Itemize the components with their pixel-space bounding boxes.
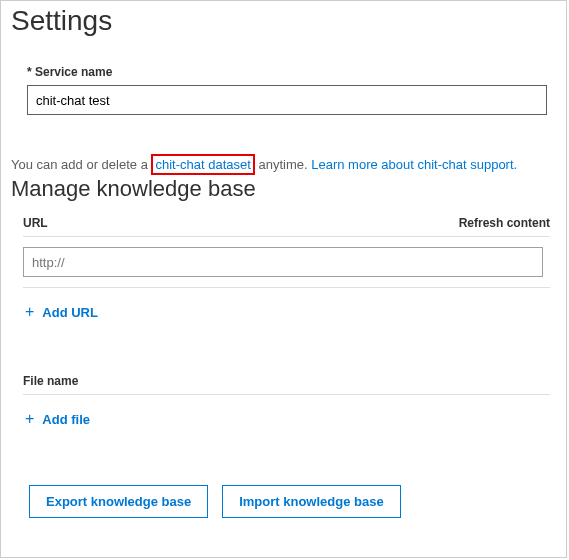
plus-icon: + — [25, 304, 34, 320]
chit-chat-dataset-link[interactable]: chit-chat dataset — [155, 157, 250, 172]
learn-more-link[interactable]: Learn more about chit-chat support. — [311, 157, 517, 172]
url-header-row: URL Refresh content — [23, 216, 550, 237]
hint-mid: anytime. — [255, 157, 311, 172]
add-file-label: Add file — [42, 412, 90, 427]
page-title: Settings — [11, 5, 556, 37]
divider — [23, 287, 550, 288]
add-file-button[interactable]: + Add file — [25, 411, 90, 427]
hint-prefix: You can add or delete a — [11, 157, 151, 172]
url-column-label: URL — [23, 216, 48, 230]
service-name-label: * Service name — [27, 65, 556, 79]
export-button[interactable]: Export knowledge base — [29, 485, 208, 518]
chit-chat-hint: You can add or delete a chit-chat datase… — [11, 157, 556, 172]
service-name-input[interactable] — [27, 85, 547, 115]
file-name-label: File name — [23, 374, 550, 395]
add-url-label: Add URL — [42, 305, 98, 320]
add-url-button[interactable]: + Add URL — [25, 304, 98, 320]
import-button[interactable]: Import knowledge base — [222, 485, 400, 518]
url-input[interactable] — [23, 247, 543, 277]
refresh-column-label: Refresh content — [459, 216, 550, 230]
plus-icon: + — [25, 411, 34, 427]
manage-heading: Manage knowledge base — [11, 176, 556, 202]
